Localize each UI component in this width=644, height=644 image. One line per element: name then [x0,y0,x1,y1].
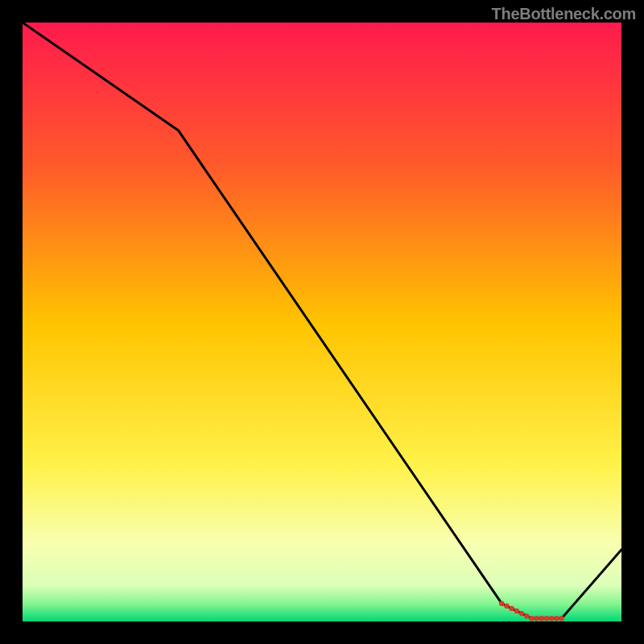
svg-point-7 [534,616,539,621]
svg-point-4 [519,611,524,616]
attribution-watermark: TheBottleneck.com [492,5,636,23]
svg-point-11 [554,616,559,621]
svg-point-3 [514,609,519,613]
svg-point-5 [524,613,529,618]
svg-point-0 [499,601,504,605]
chart-frame: TheBottleneck.com [0,0,644,644]
svg-point-1 [504,604,509,609]
plot-svg [23,23,621,621]
svg-point-12 [559,616,564,621]
svg-point-6 [529,616,534,621]
svg-point-8 [539,616,544,621]
svg-point-10 [549,616,554,621]
svg-point-2 [509,606,514,611]
heat-gradient-bg [23,23,621,621]
svg-point-9 [544,616,549,621]
plot-area [23,23,621,621]
